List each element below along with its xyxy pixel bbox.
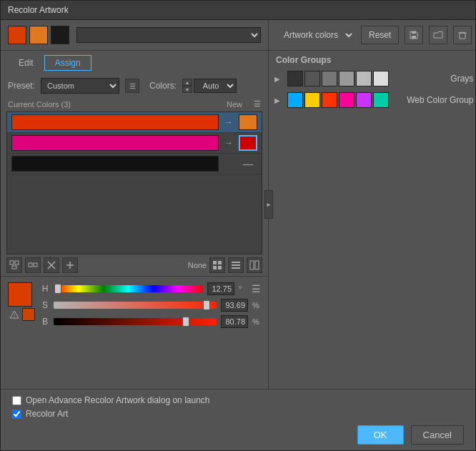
brightness-slider-row: B 80.78 % <box>41 315 261 328</box>
recolor-art-checkbox[interactable] <box>12 410 21 419</box>
colors-label: Colors: <box>149 81 177 91</box>
hue-slider[interactable] <box>54 285 203 292</box>
checkbox-row-1: Open Advance Recolor Artwork dialog on l… <box>12 395 464 405</box>
brightness-label: B <box>41 317 49 327</box>
gray-swatch-1 <box>287 71 303 86</box>
new-color-swatch-2[interactable] <box>239 135 257 151</box>
hue-unit: ° <box>239 284 247 293</box>
saturation-value[interactable]: 93.69 <box>221 299 248 312</box>
saturation-thumb[interactable] <box>203 300 210 310</box>
svg-rect-4 <box>34 263 37 267</box>
web-swatch-2 <box>304 92 320 108</box>
title-bar: Recolor Artwork <box>1 1 475 20</box>
hue-slider-row: H 12.75 ° ☰ <box>41 282 261 295</box>
web-swatches <box>287 92 402 108</box>
svg-text:!: ! <box>14 313 15 318</box>
color-table-area: → → — <box>6 111 262 254</box>
preset-config-icon[interactable]: ☰ <box>125 79 139 93</box>
colors-stepper: ▲ ▼ Auto 1 2 3 <box>182 79 237 93</box>
svg-rect-0 <box>10 261 14 264</box>
warning-icon: ! <box>8 308 21 321</box>
save-group-icon[interactable] <box>405 26 423 44</box>
new-color-swatch-1[interactable] <box>239 114 257 130</box>
swatch3[interactable] <box>51 26 69 44</box>
cancel-button[interactable]: Cancel <box>411 425 464 445</box>
brightness-value[interactable]: 80.78 <box>221 315 248 328</box>
split-icon[interactable] <box>25 257 41 273</box>
merge-icon[interactable] <box>6 257 22 273</box>
gray-swatch-3 <box>322 71 337 86</box>
svg-rect-11 <box>213 266 217 269</box>
web-swatch-5 <box>356 92 372 108</box>
color-mode-dropdown[interactable] <box>76 27 261 43</box>
right-panel-header: Artwork colors Reset <box>269 20 475 51</box>
svg-rect-3 <box>29 263 32 267</box>
svg-rect-16 <box>250 261 254 269</box>
new-colors-header: New <box>227 100 242 109</box>
swatch1[interactable] <box>8 26 26 44</box>
open-advance-checkbox[interactable] <box>12 396 21 405</box>
tab-edit[interactable]: Edit <box>8 55 44 71</box>
color-row[interactable]: → <box>7 112 262 133</box>
color-row[interactable]: — <box>7 154 262 174</box>
arrow-icon-1: → <box>223 117 234 127</box>
color-selector-area: ! H 12.75 ° <box>1 276 268 334</box>
sort-icon[interactable]: ☰ <box>254 99 261 109</box>
grays-swatches <box>287 71 446 86</box>
svg-rect-2 <box>12 266 16 269</box>
saturation-label: S <box>41 300 49 310</box>
recolor-art-label: Recolor Art <box>26 409 68 419</box>
panel-collapse-btn[interactable]: ► <box>264 190 273 219</box>
big-color-swatch[interactable] <box>8 282 32 307</box>
delete-icon[interactable] <box>453 26 472 44</box>
selected-color-block: ! H 12.75 ° <box>8 282 261 328</box>
toolbar-icons-right <box>209 257 262 273</box>
tab-assign[interactable]: Assign <box>44 55 91 71</box>
stepper-up[interactable]: ▲ <box>182 79 192 86</box>
gray-swatch-5 <box>356 71 372 86</box>
current-color-bar-2[interactable] <box>11 135 219 151</box>
gray-swatch-2 <box>304 71 320 86</box>
secondary-swatch[interactable] <box>22 308 35 321</box>
toolbar-icons-left <box>6 257 78 273</box>
view-icon-3[interactable] <box>247 257 262 273</box>
right-panel: ► Artwork colors Reset Color Groups <box>269 20 475 389</box>
color-swatches-bar <box>1 20 268 51</box>
saturation-slider-row: S 93.69 % <box>41 299 261 312</box>
expand-arrow-grays: ▶ <box>274 75 283 83</box>
current-color-bar-1[interactable] <box>11 114 219 130</box>
reset-button[interactable]: Reset <box>361 26 399 44</box>
hue-value[interactable]: 12.75 <box>207 282 234 295</box>
add-color-icon[interactable] <box>62 257 78 273</box>
checkbox-row-2: Recolor Art <box>12 409 464 419</box>
ok-button[interactable]: OK <box>357 425 404 445</box>
recolor-artwork-dialog: Recolor Artwork Edit Assign Prese <box>0 0 476 451</box>
view-icon-1[interactable] <box>209 257 225 273</box>
artwork-colors-dropdown[interactable]: Artwork colors <box>276 26 355 44</box>
bottom-toolbar: None <box>1 254 268 276</box>
brightness-slider[interactable] <box>54 318 217 325</box>
exclude-icon[interactable] <box>44 257 59 273</box>
group-item-grays[interactable]: ▶ Grays <box>269 68 475 89</box>
svg-rect-12 <box>218 266 222 269</box>
swatch2[interactable] <box>29 26 48 44</box>
view-icon-2[interactable] <box>228 257 244 273</box>
saturation-slider[interactable] <box>54 302 217 309</box>
svg-rect-10 <box>218 261 222 264</box>
current-color-bar-3[interactable] <box>11 156 219 172</box>
colors-value-dropdown[interactable]: Auto 1 2 3 <box>194 79 237 93</box>
folder-icon[interactable] <box>429 26 447 44</box>
footer: Open Advance Recolor Artwork dialog on l… <box>1 389 475 450</box>
group-item-web[interactable]: ▶ Web Color Group <box>269 89 475 111</box>
hue-thumb[interactable] <box>54 284 61 294</box>
stepper-down[interactable]: ▼ <box>182 86 192 93</box>
svg-rect-17 <box>255 261 259 269</box>
stepper-buttons: ▲ ▼ <box>182 79 192 93</box>
brightness-thumb[interactable] <box>182 317 189 327</box>
hue-menu-icon[interactable]: ☰ <box>252 283 261 294</box>
main-content: Edit Assign Preset: Custom Default 1 Col… <box>1 20 475 389</box>
preset-dropdown[interactable]: Custom Default 1 Color 2 Colors 3 Colors <box>41 78 119 94</box>
color-row[interactable]: → <box>7 133 262 154</box>
open-advance-label: Open Advance Recolor Artwork dialog on l… <box>26 395 210 405</box>
web-swatch-3 <box>322 92 337 108</box>
